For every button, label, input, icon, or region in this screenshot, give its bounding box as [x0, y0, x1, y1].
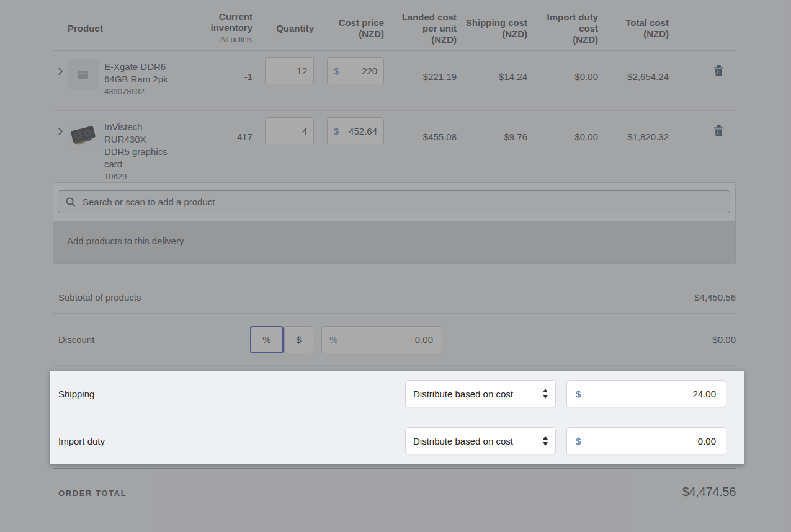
import-duty-amount-prefix: $ [576, 436, 581, 446]
stepper-down-icon [543, 442, 548, 446]
import-duty-label: Import duty [58, 436, 405, 446]
shipping-row: Shipping Distribute based on cost $ [50, 371, 744, 417]
shipping-distribution-select[interactable]: Distribute based on cost [405, 380, 556, 407]
purchase-order-screen: Product Current inventoryAll outlets Qua… [0, 0, 791, 532]
stepper-up-icon [543, 389, 548, 392]
import-duty-distribution-value: Distribute based on cost [413, 436, 513, 446]
import-duty-row: Import duty Distribute based on cost $ [50, 417, 744, 464]
import-duty-amount-box: $ [566, 427, 726, 454]
stepper-down-icon [543, 395, 548, 399]
shipping-amount-prefix: $ [576, 389, 581, 399]
select-stepper-icon [543, 436, 548, 446]
shipping-distribution-value: Distribute based on cost [413, 389, 513, 399]
shipping-import-spotlight: Shipping Distribute based on cost $ Impo… [50, 371, 744, 464]
shipping-amount-input[interactable] [581, 388, 717, 400]
import-duty-amount-input[interactable] [581, 435, 717, 447]
import-duty-distribution-select[interactable]: Distribute based on cost [405, 427, 556, 454]
stepper-up-icon [543, 436, 548, 440]
select-stepper-icon [543, 389, 548, 399]
shipping-amount-box: $ [566, 380, 726, 407]
shipping-label: Shipping [58, 389, 405, 399]
